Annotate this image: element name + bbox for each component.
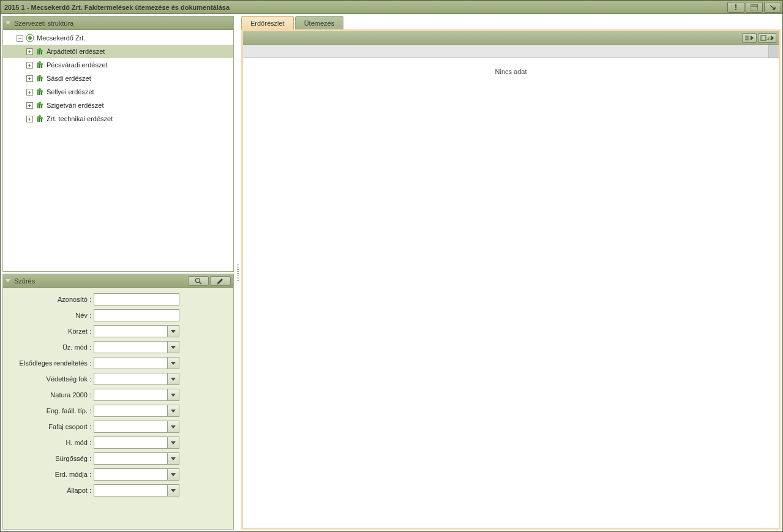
filter-row: Védettség fok : xyxy=(8,371,228,387)
expand-icon[interactable]: + xyxy=(26,89,33,96)
dropdown-button[interactable] xyxy=(167,405,179,417)
svg-point-22 xyxy=(196,278,200,282)
filter-select-input[interactable] xyxy=(94,452,167,465)
dropdown-button[interactable] xyxy=(167,325,179,337)
filter-select-input[interactable] xyxy=(94,373,167,385)
tree-root-node[interactable]: − Mecsekerdő Zrt. xyxy=(3,31,233,45)
chevron-down-icon xyxy=(171,394,176,397)
tree-node[interactable]: +Zrt. technikai erdészet xyxy=(3,112,233,126)
dropdown-button[interactable] xyxy=(167,436,179,449)
tree-node[interactable]: +Sellyei erdészet xyxy=(3,85,233,99)
dropdown-button[interactable] xyxy=(167,468,179,481)
arrow-down-right-icon xyxy=(769,4,776,10)
window-layout-button[interactable] xyxy=(746,2,763,13)
dropdown-button[interactable] xyxy=(167,484,179,496)
filter-select-input[interactable] xyxy=(94,405,167,417)
expand-icon[interactable]: + xyxy=(26,116,33,122)
filter-label: Név : xyxy=(8,312,94,319)
filter-select[interactable] xyxy=(94,405,179,417)
dropdown-button[interactable] xyxy=(167,373,179,385)
grid-column-headers xyxy=(243,45,779,58)
tree-node[interactable]: +Árpádtetői erdészet xyxy=(3,45,233,58)
tree-node[interactable]: +Sásdi erdészet xyxy=(3,72,233,85)
chevron-down-icon xyxy=(171,330,176,333)
filter-select-input[interactable] xyxy=(94,341,167,353)
svg-point-8 xyxy=(39,61,41,64)
tree-node-label: Zrt. technikai erdészet xyxy=(47,115,113,122)
collapse-button[interactable] xyxy=(764,2,781,13)
dropdown-button[interactable] xyxy=(167,421,179,433)
search-icon xyxy=(195,277,202,285)
scroll-corner xyxy=(768,45,779,58)
caret-down-icon xyxy=(6,279,10,282)
filter-row: Állapot : xyxy=(8,482,228,498)
org-structure-panel: Szervezeti struktúra − Mecsekerdő Zrt. +… xyxy=(2,16,234,272)
grid-export-button[interactable]: 23 xyxy=(758,33,776,43)
filter-select-input[interactable] xyxy=(94,436,167,449)
dropdown-button[interactable] xyxy=(167,341,179,353)
window-title: 2015 1 - Mecsekerdő Zrt. Fakitermelések … xyxy=(4,4,230,11)
filter-select[interactable] xyxy=(94,325,179,337)
filter-row: H. mód : xyxy=(8,435,228,451)
filter-row: Azonosító : xyxy=(8,291,228,307)
search-button[interactable] xyxy=(188,276,209,286)
svg-point-6 xyxy=(40,50,43,52)
expand-icon[interactable]: + xyxy=(26,102,33,109)
tab[interactable]: Erdőrészlet xyxy=(241,16,294,29)
filter-select[interactable] xyxy=(94,389,179,401)
dropdown-button[interactable] xyxy=(167,389,179,401)
tabstrip: ErdőrészletÜtemezés xyxy=(241,16,781,29)
chevron-down-icon xyxy=(171,378,176,381)
svg-point-3 xyxy=(28,36,32,40)
forestry-icon xyxy=(36,47,44,56)
expand-icon[interactable]: + xyxy=(26,75,33,82)
chevron-down-icon xyxy=(171,346,176,349)
filter-select-input[interactable] xyxy=(94,357,167,369)
filter-row: Körzet : xyxy=(8,323,228,339)
chevron-down-icon xyxy=(171,489,176,492)
expand-icon[interactable]: + xyxy=(26,48,33,55)
filter-select[interactable] xyxy=(94,341,179,353)
filter-select[interactable] xyxy=(94,484,179,496)
tab[interactable]: Ütemezés xyxy=(295,16,344,29)
chevron-down-icon xyxy=(171,441,176,444)
filter-select[interactable] xyxy=(94,452,179,465)
expand-icon[interactable]: + xyxy=(26,62,33,69)
dropdown-button[interactable] xyxy=(167,357,179,369)
dropdown-button[interactable] xyxy=(167,452,179,465)
filter-text-input[interactable] xyxy=(94,309,179,321)
splitter[interactable] xyxy=(236,16,239,530)
chevron-down-icon xyxy=(171,410,176,413)
filter-select[interactable] xyxy=(94,373,179,385)
tree-node[interactable]: +Szigetvári erdészet xyxy=(3,99,233,112)
filter-select[interactable] xyxy=(94,436,179,449)
filter-select[interactable] xyxy=(94,468,179,481)
filter-select-input[interactable] xyxy=(94,389,167,401)
filter-text-input[interactable] xyxy=(94,293,179,305)
filter-label: Erd. módja : xyxy=(8,471,94,478)
company-icon xyxy=(26,34,34,42)
caret-down-icon xyxy=(6,21,10,24)
org-structure-title: Szervezeti struktúra xyxy=(14,20,231,27)
filter-label: Fafaj csoport : xyxy=(8,423,94,430)
filter-select-input[interactable] xyxy=(94,325,167,337)
filter-select[interactable] xyxy=(94,357,179,369)
filter-select-input[interactable] xyxy=(94,484,167,496)
org-structure-header[interactable]: Szervezeti struktúra xyxy=(3,17,233,30)
tree-node-label: Árpádtetői erdészet xyxy=(47,48,105,55)
filter-row: Név : xyxy=(8,307,228,323)
filter-header[interactable]: Szűrés xyxy=(3,274,233,288)
filter-select-input[interactable] xyxy=(94,421,167,433)
filter-title: Szűrés xyxy=(14,277,188,285)
forestry-icon xyxy=(36,101,44,110)
grid-empty-text: Nincs adat xyxy=(495,68,527,75)
clear-filter-button[interactable] xyxy=(210,276,231,286)
tree-node[interactable]: +Pécsváradi erdészet xyxy=(3,58,233,72)
grid-nav-button[interactable] xyxy=(742,33,757,43)
filter-select[interactable] xyxy=(94,421,179,433)
collapse-icon[interactable]: − xyxy=(17,35,23,42)
filter-label: H. mód : xyxy=(8,439,94,446)
brush-icon xyxy=(216,277,225,285)
filter-select-input[interactable] xyxy=(94,468,167,481)
alert-button[interactable]: ! xyxy=(727,2,744,13)
